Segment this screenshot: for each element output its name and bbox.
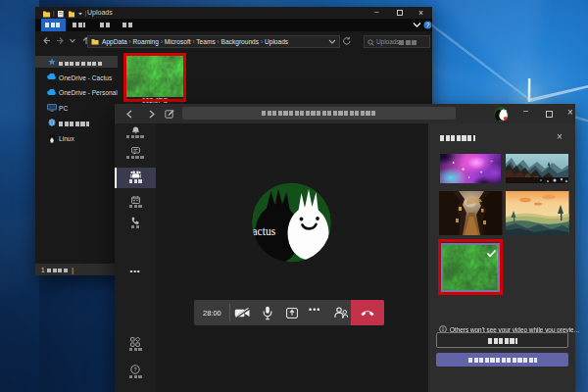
svg-text:?: ? <box>426 22 430 28</box>
svg-text:?: ? <box>133 367 136 372</box>
svg-text:actus: actus <box>253 225 276 237</box>
